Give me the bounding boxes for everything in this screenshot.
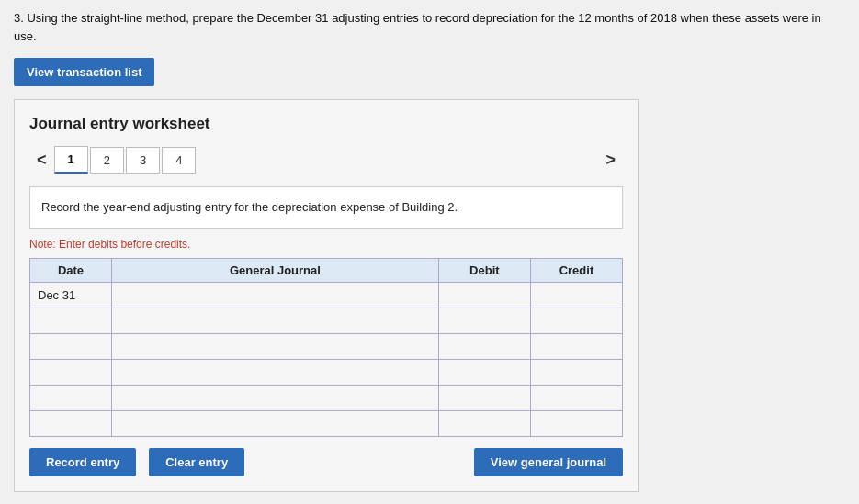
- credit-input[interactable]: [531, 360, 622, 385]
- general-journal-input[interactable]: [112, 283, 438, 308]
- tabs-row: < 1 2 3 4 >: [29, 146, 623, 174]
- debit-cell[interactable]: [438, 308, 530, 333]
- general-journal-cell[interactable]: [111, 385, 438, 410]
- tab-1[interactable]: 1: [54, 146, 88, 174]
- general-journal-input[interactable]: [112, 308, 438, 333]
- view-transaction-button[interactable]: View transaction list: [14, 58, 154, 86]
- table-row: [30, 333, 623, 359]
- date-cell: [30, 308, 112, 333]
- table-row: [30, 308, 623, 333]
- clear-entry-button[interactable]: Clear entry: [149, 448, 244, 476]
- journal-table: Date General Journal Debit Credit Dec 31: [29, 258, 623, 437]
- general-journal-cell[interactable]: [111, 282, 438, 308]
- debit-cell[interactable]: [438, 385, 530, 410]
- table-row: [30, 385, 623, 410]
- credit-cell[interactable]: [530, 385, 622, 410]
- general-journal-cell[interactable]: [111, 410, 438, 436]
- credit-input[interactable]: [531, 334, 622, 359]
- debit-cell[interactable]: [438, 333, 530, 359]
- date-cell: [30, 410, 112, 436]
- date-cell: Dec 31: [30, 282, 112, 308]
- debit-cell[interactable]: [438, 282, 530, 308]
- general-journal-cell[interactable]: [111, 359, 438, 385]
- button-row: Record entry Clear entry View general jo…: [29, 448, 623, 476]
- instruction-box: Record the year-end adjusting entry for …: [29, 186, 623, 229]
- table-row: [30, 410, 623, 436]
- record-entry-button[interactable]: Record entry: [29, 448, 136, 476]
- header-general-journal: General Journal: [111, 258, 438, 282]
- header-debit: Debit: [438, 258, 530, 282]
- prev-tab-arrow[interactable]: <: [29, 147, 54, 174]
- general-journal-input[interactable]: [112, 334, 438, 359]
- worksheet-container: Journal entry worksheet < 1 2 3 4 > Reco…: [14, 99, 639, 492]
- table-row: [30, 359, 623, 385]
- header-credit: Credit: [530, 258, 622, 282]
- general-journal-input[interactable]: [112, 360, 438, 385]
- header-date: Date: [30, 258, 112, 282]
- debit-input[interactable]: [439, 411, 530, 436]
- tab-3[interactable]: 3: [126, 147, 160, 174]
- tab-2[interactable]: 2: [90, 147, 124, 174]
- debit-cell[interactable]: [438, 359, 530, 385]
- next-tab-arrow[interactable]: >: [598, 147, 623, 174]
- credit-cell[interactable]: [530, 359, 622, 385]
- debit-cell[interactable]: [438, 410, 530, 436]
- worksheet-title: Journal entry worksheet: [29, 115, 623, 133]
- credit-cell[interactable]: [530, 333, 622, 359]
- debit-input[interactable]: [439, 386, 530, 410]
- date-cell: [30, 385, 112, 410]
- credit-cell[interactable]: [530, 410, 622, 436]
- general-journal-cell[interactable]: [111, 333, 438, 359]
- tab-4[interactable]: 4: [162, 147, 196, 174]
- credit-cell[interactable]: [530, 282, 622, 308]
- debit-input[interactable]: [439, 360, 530, 385]
- debit-input[interactable]: [439, 283, 530, 308]
- question-text: 3. Using the straight-line method, prepa…: [14, 9, 845, 45]
- note-text: Note: Enter debits before credits.: [29, 238, 623, 251]
- credit-cell[interactable]: [530, 308, 622, 333]
- debit-input[interactable]: [439, 334, 530, 359]
- table-row: Dec 31: [30, 282, 623, 308]
- general-journal-input[interactable]: [112, 411, 438, 436]
- credit-input[interactable]: [531, 283, 622, 308]
- date-cell: [30, 359, 112, 385]
- view-general-journal-button[interactable]: View general journal: [474, 448, 623, 476]
- credit-input[interactable]: [531, 411, 622, 436]
- credit-input[interactable]: [531, 308, 622, 333]
- general-journal-cell[interactable]: [111, 308, 438, 333]
- date-cell: [30, 333, 112, 359]
- general-journal-input[interactable]: [112, 386, 438, 410]
- debit-input[interactable]: [439, 308, 530, 333]
- instruction-text: Record the year-end adjusting entry for …: [41, 200, 458, 214]
- credit-input[interactable]: [531, 386, 622, 410]
